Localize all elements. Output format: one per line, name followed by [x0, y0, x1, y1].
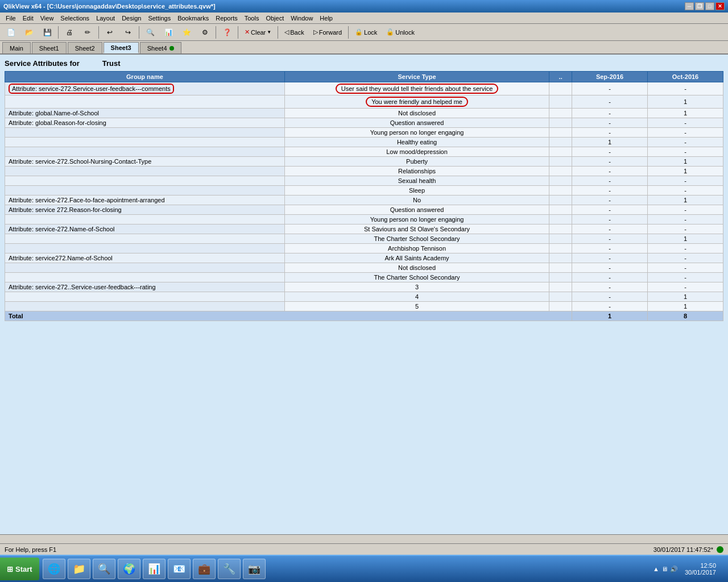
cell-service-type: Archbishop Tennison	[284, 244, 549, 253]
taskbar-ie[interactable]: 🌍	[118, 559, 140, 579]
close-button[interactable]: ✕	[715, 2, 725, 10]
menu-design[interactable]: Design	[118, 14, 144, 23]
horizontal-scrollbar[interactable]	[0, 534, 728, 543]
menu-view[interactable]: View	[37, 14, 57, 23]
undo-button[interactable]: ↩	[101, 26, 118, 39]
new-button[interactable]: 📄	[2, 26, 19, 39]
table-row: Young person no longer engaging--	[5, 215, 723, 225]
taskbar-outlook[interactable]: 📧	[168, 559, 191, 579]
taskbar-explorer[interactable]: 📁	[68, 559, 90, 579]
menu-reports[interactable]: Reports	[212, 14, 241, 23]
cell-oct2016: -	[648, 263, 723, 273]
taskbar-misc2[interactable]: 🔧	[218, 559, 241, 579]
table-row: Archbishop Tennison--	[5, 244, 723, 253]
undo-icon: ↩	[105, 28, 114, 37]
restore-button[interactable]: ❐	[695, 2, 704, 10]
menu-selections[interactable]: Selections	[57, 14, 93, 23]
lock-button[interactable]: 🔒 Lock	[351, 26, 381, 39]
forward-button[interactable]: ▷ Forward	[309, 26, 346, 39]
clock-date: 30/01/2017	[685, 569, 716, 576]
chart-button[interactable]: 📊	[160, 26, 177, 39]
tab-main[interactable]: Main	[2, 42, 31, 53]
cell-service-type: Not disclosed	[284, 263, 549, 273]
sheet4-dot	[169, 46, 174, 51]
maximize-button[interactable]: □	[705, 2, 714, 10]
menu-window[interactable]: Window	[287, 14, 316, 23]
menu-help[interactable]: Help	[316, 14, 336, 23]
taskbar-misc1[interactable]: 💼	[193, 559, 216, 579]
cell-service-type: The Charter School Secondary	[284, 273, 549, 282]
tab-sheet1[interactable]: Sheet1	[32, 42, 67, 53]
clear-button[interactable]: ✕ Clear ▼	[241, 26, 275, 39]
cell-dot	[549, 215, 572, 225]
cell-service-type: 4	[284, 292, 549, 302]
tab-sheet3[interactable]: Sheet3	[104, 42, 139, 53]
tab-sheet4[interactable]: Sheet4	[140, 42, 181, 53]
cell-service-type: Young person no longer engaging	[284, 128, 549, 138]
cell-service-type: You were friendly and helped me	[284, 95, 549, 109]
menu-object[interactable]: Object	[262, 14, 287, 23]
clear-label: Clear	[251, 29, 266, 36]
cell-group-name: Attribute: service-272.Name-of-School	[5, 225, 285, 234]
cell-oct2016: -	[648, 147, 723, 157]
table-row: Attribute: global.Reason-for-closingQues…	[5, 118, 723, 128]
cell-oct2016: 1	[648, 292, 723, 302]
sep1	[58, 26, 59, 39]
title-part2: Trust	[102, 59, 121, 68]
star-button[interactable]: ⭐	[178, 26, 195, 39]
menu-file[interactable]: File	[2, 14, 19, 23]
open-button[interactable]: 📂	[20, 26, 38, 39]
taskbar: ⊞ Start 🌐 📁 🔍 🌍 📊 📧 💼 🔧 📷 ▲ 🖥 🔊 12:50 30…	[0, 555, 728, 582]
table-row: 5-1	[5, 302, 723, 311]
cell-sep2016: -	[572, 109, 648, 118]
settings2-button[interactable]: ⚙	[196, 26, 213, 39]
start-button[interactable]: ⊞ Start	[0, 558, 39, 580]
print-button[interactable]: 🖨	[61, 26, 78, 39]
clock[interactable]: 12:50 30/01/2017	[685, 562, 716, 576]
cell-oct2016: -	[648, 138, 723, 147]
cell-dot	[549, 225, 572, 234]
unlock-button[interactable]: 🔓 Unlock	[382, 26, 419, 39]
menu-tools[interactable]: Tools	[241, 14, 263, 23]
table-row: Attribute: service-272..Service-user-fee…	[5, 282, 723, 292]
cell-service-type: St Saviours and St Olave's Secondary	[284, 225, 549, 234]
cell-dot	[549, 147, 572, 157]
menu-settings[interactable]: Settings	[144, 14, 174, 23]
taskbar-chrome[interactable]: 🌐	[43, 559, 65, 579]
edit-icon: ✏	[83, 28, 92, 37]
save-button[interactable]: 💾	[39, 26, 56, 39]
cell-sep2016: -	[572, 244, 648, 253]
menu-bookmarks[interactable]: Bookmarks	[174, 14, 212, 23]
taskbar-search[interactable]: 🔍	[93, 559, 115, 579]
forward-label: Forward	[319, 29, 342, 36]
main-content: Service Attributes for Trust Group name …	[0, 55, 728, 541]
cell-oct2016: -	[648, 225, 723, 234]
help-button[interactable]: ❓	[218, 26, 235, 39]
cell-group-name	[5, 244, 285, 253]
cell-service-type: The Charter School Secondary	[284, 234, 549, 244]
windows-icon: ⊞	[7, 565, 13, 573]
star-icon: ⭐	[182, 28, 191, 37]
cell-dot	[549, 196, 572, 205]
taskbar-excel[interactable]: 📊	[143, 559, 166, 579]
back-button[interactable]: ◁ Back	[280, 26, 308, 39]
cell-oct2016: -	[648, 273, 723, 282]
system-tray: ▲ 🖥 🔊	[653, 566, 678, 573]
cell-sep2016: -	[572, 157, 648, 167]
redo-button[interactable]: ↪	[119, 26, 136, 39]
cell-group-name: Attribute: service-272.Service-user-feed…	[5, 82, 285, 95]
status-text: For Help, press F1	[5, 546, 56, 553]
cell-group-name	[5, 176, 285, 186]
edit-button[interactable]: ✏	[79, 26, 96, 39]
back-icon: ◁	[284, 28, 289, 36]
menu-edit[interactable]: Edit	[19, 14, 37, 23]
tab-sheet2[interactable]: Sheet2	[68, 42, 102, 53]
tray-arrow[interactable]: ▲	[653, 566, 659, 572]
cell-group-name: Attribute: service 272.Reason-for-closin…	[5, 205, 285, 215]
search-button[interactable]: 🔍	[142, 26, 159, 39]
cell-oct2016: -	[648, 186, 723, 196]
window-controls[interactable]: ─ ❐ □ ✕	[685, 2, 725, 10]
taskbar-camera[interactable]: 📷	[243, 559, 266, 579]
minimize-button[interactable]: ─	[685, 2, 694, 10]
menu-layout[interactable]: Layout	[93, 14, 118, 23]
